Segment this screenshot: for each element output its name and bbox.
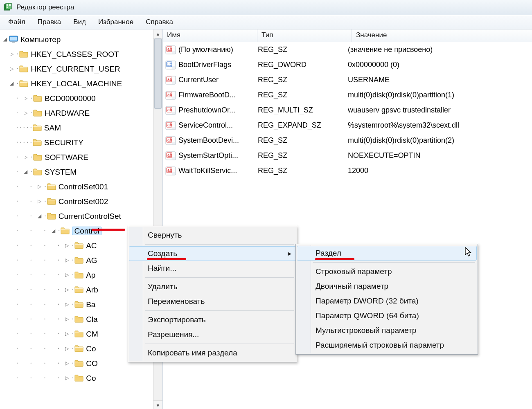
tree-controlset001[interactable]: · · ▷· ControlSet001: [2, 179, 162, 194]
menubar: Файл Правка Вид Избранное Справка: [0, 15, 532, 29]
tree-controlset002[interactable]: · · ▷· ControlSet002: [2, 194, 162, 209]
value-type: REG_SZ: [258, 45, 348, 54]
col-name[interactable]: Имя: [163, 29, 257, 42]
value-name: ServiceControl...: [178, 121, 258, 130]
ctx-perms[interactable]: Разрешения...: [129, 327, 296, 342]
value-row[interactable]: SystemStartOpti...REG_SZ NOEXECUTE=OPTIN: [163, 148, 532, 163]
value-type-icon: [165, 76, 176, 85]
tree-node-label: CM: [86, 330, 98, 338]
value-type: REG_SZ: [258, 136, 348, 145]
folder-icon: [74, 271, 83, 279]
folder-icon: [74, 374, 83, 382]
value-name: CurrentUser: [178, 76, 258, 84]
tree-node-label: Ap: [86, 271, 95, 279]
folder-icon: [19, 50, 28, 58]
folder-icon: [33, 94, 42, 102]
value-data: 0x00000000 (0): [348, 61, 532, 69]
ctx-rename[interactable]: Переименовать: [129, 294, 296, 309]
tree-software[interactable]: · ▷· SOFTWARE: [2, 150, 162, 164]
folder-icon: [61, 227, 70, 234]
ctx-copyname[interactable]: Копировать имя раздела: [129, 346, 296, 360]
value-data: 12000: [348, 166, 532, 175]
value-row[interactable]: PreshutdownOr...REG_MULTI_SZwuauserv gps…: [163, 103, 532, 118]
menu-file[interactable]: Файл: [2, 16, 31, 28]
value-data: %systemroot%\system32\scext.dll: [348, 121, 532, 130]
value-data: (значение не присвоено): [348, 45, 532, 54]
value-name: FirmwareBootD...: [178, 91, 258, 99]
tree-control-child[interactable]: · · · · ▷·Co: [2, 371, 162, 385]
mouse-cursor-icon: [465, 247, 473, 258]
value-row[interactable]: WaitToKillServic...REG_SZ12000: [163, 163, 532, 178]
scroll-up-icon[interactable]: ▲: [153, 29, 162, 39]
value-type: REG_EXPAND_SZ: [258, 121, 348, 130]
value-type-icon: [165, 151, 176, 160]
value-row[interactable]: (По умолчанию)REG_SZ(значение не присвое…: [163, 42, 532, 57]
folder-icon: [47, 212, 56, 220]
scroll-down-icon[interactable]: ▼: [153, 400, 162, 409]
ctx-collapse[interactable]: Свернуть: [129, 228, 296, 243]
value-name: WaitToKillServic...: [178, 166, 258, 175]
value-type: REG_DWORD: [258, 61, 348, 69]
ctx-sub-binary[interactable]: Двоичный параметр: [297, 279, 477, 294]
col-value[interactable]: Значение: [352, 29, 532, 42]
tree-node-label: Cla: [86, 315, 98, 323]
value-row[interactable]: ServiceControl...REG_EXPAND_SZ%systemroo…: [163, 118, 532, 133]
window-title: Редактор реестра: [16, 3, 74, 11]
tree-hklm[interactable]: ◢· HKEY_LOCAL_MACHINE: [2, 76, 162, 91]
col-type[interactable]: Тип: [257, 29, 352, 42]
tree-hkcr[interactable]: ▷· HKEY_CLASSES_ROOT: [2, 47, 162, 61]
menu-view[interactable]: Вид: [68, 16, 92, 28]
value-type-icon: [165, 61, 176, 70]
ctx-delete[interactable]: Удалить: [129, 279, 296, 294]
value-row[interactable]: BootDriverFlagsREG_DWORD0x00000000 (0): [163, 57, 532, 72]
tree-bcd[interactable]: · ▷· BCD00000000: [2, 91, 162, 106]
value-type-icon: [165, 136, 176, 145]
value-row[interactable]: FirmwareBootD...REG_SZmulti(0)disk(0)rdi…: [163, 88, 532, 103]
folder-icon: [33, 153, 42, 161]
value-row[interactable]: CurrentUserREG_SZUSERNAME: [163, 72, 532, 88]
annotation-underline-create: [147, 258, 186, 260]
value-row[interactable]: SystemBootDevi...REG_SZmulti(0)disk(0)rd…: [163, 133, 532, 148]
regedit-icon: [3, 3, 12, 12]
value-type-icon: [165, 45, 176, 54]
ctx-sub-string[interactable]: Строковый параметр: [297, 264, 477, 279]
value-type-icon: [165, 121, 176, 130]
values-header[interactable]: Имя Тип Значение: [163, 29, 532, 42]
ctx-sub-multi[interactable]: Мультистроковый параметр: [297, 323, 477, 338]
tree-currentcontrolset[interactable]: · · ◢· CurrentControlSet: [2, 209, 162, 223]
value-type-icon: [165, 106, 176, 115]
computer-icon: [9, 36, 18, 43]
tree-node-label: Co: [86, 345, 96, 353]
value-data: NOEXECUTE=OPTIN: [348, 151, 532, 160]
value-data: multi(0)disk(0)rdisk(0)partition(2): [348, 136, 532, 145]
tree-hardware[interactable]: · ▷· HARDWARE: [2, 106, 162, 120]
ctx-sub-qword[interactable]: Параметр QWORD (64 бита): [297, 308, 477, 323]
ctx-export[interactable]: Экспортировать: [129, 312, 296, 327]
tree-sam[interactable]: ····· SAM: [2, 120, 162, 135]
ctx-sub-expand[interactable]: Расширяемый строковый параметр: [297, 338, 477, 353]
ctx-sub-dword[interactable]: Параметр DWORD (32 бита): [297, 294, 477, 308]
folder-icon: [74, 256, 83, 264]
menu-edit[interactable]: Правка: [32, 16, 67, 28]
folder-icon: [33, 139, 42, 146]
menu-help[interactable]: Справка: [140, 16, 179, 28]
tree-node-label: AC: [86, 242, 97, 249]
folder-icon: [33, 168, 42, 175]
ctx-find[interactable]: Найти...: [129, 261, 296, 276]
folder-icon: [74, 360, 83, 367]
scroll-thumb[interactable]: [154, 38, 162, 109]
value-name: PreshutdownOr...: [178, 106, 258, 115]
context-menu-create-submenu: Раздел Строковый параметр Двоичный парам…: [295, 244, 478, 355]
value-type-icon: [165, 166, 176, 175]
titlebar[interactable]: Редактор реестра: [0, 0, 532, 15]
folder-icon: [19, 80, 28, 87]
tree-root-computer[interactable]: ◢ Компьютер: [2, 32, 162, 47]
value-type: REG_SZ: [258, 91, 348, 99]
folder-icon: [74, 286, 83, 293]
tree-security[interactable]: ····· SECURITY: [2, 135, 162, 150]
tree-system[interactable]: · ◢· SYSTEM: [2, 164, 162, 179]
annotation-underline-key: [315, 258, 354, 260]
menu-favorites[interactable]: Избранное: [92, 16, 139, 28]
tree-hkcu[interactable]: ▷· HKEY_CURRENT_USER: [2, 61, 162, 76]
tree-node-label: AG: [86, 256, 97, 264]
